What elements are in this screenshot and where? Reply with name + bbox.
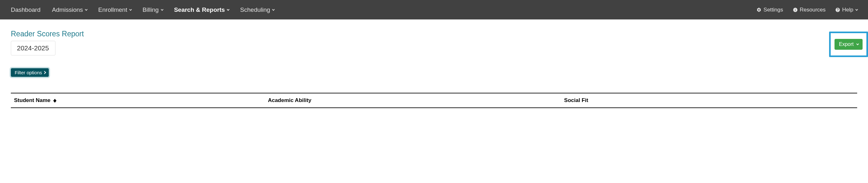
chevron-down-icon [272,8,275,10]
nav-billing-label: Billing [143,6,159,13]
year-select-value: 2024-2025 [17,44,49,52]
filter-options-label: Filter options [15,70,42,75]
results-table-wrap: Student Name Academic Ability Social Fit [11,93,857,108]
nav-enrollment-label: Enrollment [98,6,127,13]
page-content: Reader Scores Report 2024-2025 Export Fi… [0,20,868,108]
nav-resources[interactable]: Resources [793,7,826,13]
chevron-right-icon [43,71,46,74]
nav-search-reports[interactable]: Search & Reports [174,6,229,13]
help-icon [835,7,840,12]
nav-settings[interactable]: Settings [756,7,783,13]
chevron-down-icon [85,8,87,10]
nav-admissions[interactable]: Admissions [52,6,87,13]
nav-admissions-label: Admissions [52,6,83,13]
nav-help-label: Help [842,7,853,13]
table-header-row: Student Name Academic Ability Social Fit [11,93,857,108]
chevron-down-icon [227,8,229,10]
col-student-name-label: Student Name [14,97,51,103]
gear-icon [756,7,762,12]
filter-options-button[interactable]: Filter options [11,68,49,77]
nav-left-group: Dashboard Admissions Enrollment Billing … [11,6,274,13]
nav-dashboard-label: Dashboard [11,6,40,13]
page-header-row: Reader Scores Report 2024-2025 Export [11,30,857,56]
chevron-down-icon [855,8,858,10]
nav-help[interactable]: Help [835,7,857,13]
nav-resources-label: Resources [800,7,826,13]
chevron-down-icon [856,42,859,45]
export-button-label: Export [839,41,854,47]
nav-right-group: Settings Resources Help [756,7,857,13]
nav-settings-label: Settings [764,7,783,13]
info-icon [793,7,798,12]
page-header-left: Reader Scores Report 2024-2025 [11,30,84,56]
page-title: Reader Scores Report [11,30,84,38]
col-student-name[interactable]: Student Name [11,93,265,108]
col-academic-ability[interactable]: Academic Ability [265,93,561,108]
sort-icon [53,99,57,103]
export-highlight-box: Export [829,32,868,57]
col-social-fit[interactable]: Social Fit [561,93,857,108]
col-academic-ability-label: Academic Ability [268,97,311,103]
nav-enrollment[interactable]: Enrollment [98,6,131,13]
nav-dashboard[interactable]: Dashboard [11,6,40,13]
nav-search-reports-label: Search & Reports [174,6,225,13]
main-navbar: Dashboard Admissions Enrollment Billing … [0,0,868,20]
nav-scheduling[interactable]: Scheduling [240,6,274,13]
results-table: Student Name Academic Ability Social Fit [11,93,857,108]
chevron-down-icon [161,8,163,10]
chevron-down-icon [129,8,132,10]
nav-billing[interactable]: Billing [143,6,163,13]
col-social-fit-label: Social Fit [564,97,588,103]
nav-scheduling-label: Scheduling [240,6,270,13]
year-select[interactable]: 2024-2025 [11,41,56,56]
export-button[interactable]: Export [835,39,863,50]
